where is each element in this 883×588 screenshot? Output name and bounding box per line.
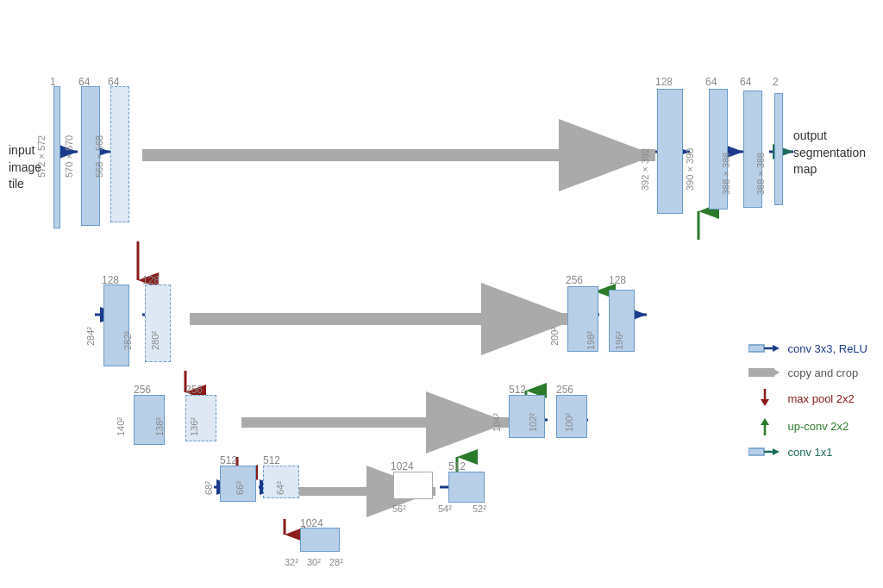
dec3-ch1: 512 [509,384,526,396]
dec2-size3: 196² [614,331,624,350]
enc3-size3: 136² [189,417,199,436]
input-label: inputimagetile [9,142,41,193]
enc4-size2: 66² [235,481,245,495]
enc2-ch1: 128 [102,274,119,286]
dec1-ch1: 128 [655,76,673,88]
dec3-size2: 102² [528,413,538,432]
dec2-size2: 198² [586,331,596,350]
max-pool-icon [748,389,781,408]
enc4-size3: 64² [275,481,285,495]
conv-relu-icon [748,341,781,356]
legend-conv-1x1: conv 1x1 [748,444,868,460]
svg-marker-40 [761,399,769,406]
svg-marker-36 [773,345,780,352]
legend-copy-crop-label: copy and crop [788,366,859,379]
legend-copy-crop: copy and crop [748,365,868,380]
copy-crop-icon [748,365,781,380]
bottom-block1 [300,528,340,552]
dec1-ch3: 64 [740,76,751,88]
legend-conv-relu: conv 3x3, ReLU [748,341,868,356]
svg-rect-43 [748,448,764,455]
legend-up-conv-label: up-conv 2x2 [788,420,849,433]
dec3-block1 [509,395,545,438]
dec1-block1 [657,89,683,214]
dec3-ch2: 256 [556,384,573,396]
dec1-size1: 392 × 392 [640,148,650,191]
output-label: outputsegmentationmap [793,128,866,178]
enc4-ch2: 512 [263,454,280,466]
diagram-canvas: 1 64 64 572 × 572 570 × 570 568 × 568 12… [0,0,883,588]
connection-arrows [0,0,883,588]
legend-up-conv: up-conv 2x2 [748,416,868,435]
enc1-size2: 570 × 570 [64,135,74,178]
legend-conv-1x1-label: conv 1x1 [788,446,833,459]
bridge-size2: 54² [438,504,452,514]
svg-marker-38 [773,368,780,377]
dec2-size1: 200² [549,327,560,346]
enc3-ch2: 256 [185,384,203,396]
enc2-block2 [145,285,171,362]
dec3-size1: 104² [492,413,502,432]
enc3-ch1: 256 [134,384,151,396]
legend-max-pool-label: max pool 2x2 [788,392,855,405]
enc2-size3: 280² [150,331,160,350]
up-conv-icon [748,416,781,435]
enc4-size1: 68² [204,481,214,495]
enc2-block1 [103,285,129,366]
legend-conv-relu-label: conv 3x3, ReLU [788,342,868,355]
bridge-ch1: 1024 [391,460,414,472]
bridge-block1 [393,472,433,499]
conv-1x1-icon [748,444,781,460]
dec3-size3: 100² [564,413,574,432]
dec2-ch2: 128 [609,274,626,286]
enc1-ch3-label: 64 [108,76,119,88]
enc2-size2: 282² [122,331,133,350]
dec1-size2: 390 × 390 [685,148,695,191]
dec2-ch1: 256 [566,274,583,286]
bottom-size2: 30² [307,557,321,567]
bridge-size3: 52² [473,504,486,514]
enc3-size1: 140² [116,417,126,436]
legend-max-pool: max pool 2x2 [748,389,868,408]
enc1-block1 [53,86,60,228]
svg-marker-42 [761,418,769,425]
legend: conv 3x3, ReLU copy and crop max pool 2x… [748,341,868,468]
bridge-size1: 56² [392,504,406,514]
dec1-ch2: 64 [705,76,717,88]
enc2-ch2: 128 [142,274,160,286]
bridge-block2 [448,472,485,503]
bottom-size3: 28² [329,557,343,567]
bridge-ch2: 512 [448,460,466,472]
enc1-ch1-label: 1 [50,76,56,88]
enc2-size1: 284² [85,327,96,346]
svg-rect-34 [748,345,764,352]
enc3-size2: 138² [154,417,165,436]
bottom-ch1: 1024 [300,517,323,529]
enc1-ch2-label: 64 [78,76,90,88]
enc1-block3 [110,86,129,222]
bottom-size1: 32² [285,557,298,567]
dec1-ch4: 2 [773,76,779,88]
dec1-size3: 388 × 388 [721,153,731,195]
dec1-size4: 388 × 388 [755,153,766,195]
dec1-block4 [774,93,783,205]
svg-marker-45 [773,448,780,455]
enc4-ch1: 512 [220,454,237,466]
enc1-size3: 568 × 568 [94,135,104,178]
